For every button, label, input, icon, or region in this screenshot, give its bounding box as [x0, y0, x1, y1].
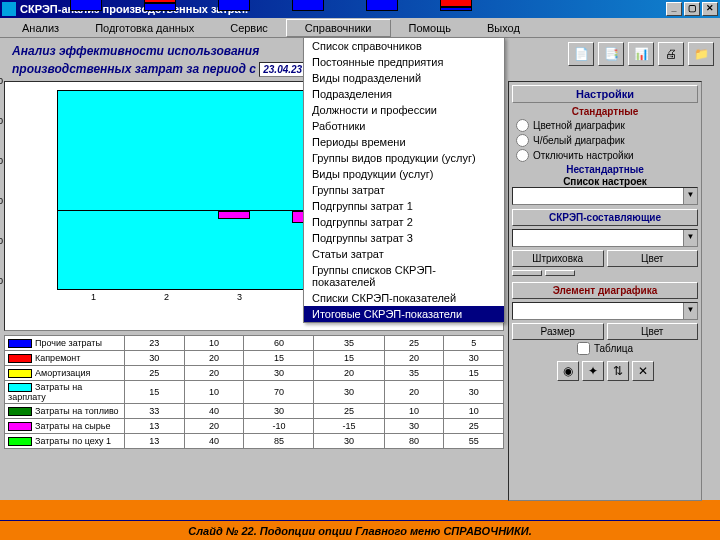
- list-label: Список настроек: [512, 176, 698, 187]
- dropdown-item[interactable]: Виды подразделений: [304, 70, 504, 86]
- standard-label: Стандартные: [512, 105, 698, 118]
- dropdown-item[interactable]: Подразделения: [304, 86, 504, 102]
- table-row: Прочие затраты23106035255: [5, 336, 504, 351]
- icon-btn-3[interactable]: ⇅: [607, 361, 629, 381]
- btn-color2[interactable]: Цвет: [607, 323, 699, 340]
- dropdown-item[interactable]: Подгруппы затрат 1: [304, 198, 504, 214]
- radio-bw-label: Ч/белый диаграфик: [533, 135, 625, 146]
- slide-footer: Слайд № 22. Подопции опции Главного меню…: [0, 520, 720, 540]
- table-row: Капремонт302015152030: [5, 351, 504, 366]
- dropdown-item[interactable]: Работники: [304, 118, 504, 134]
- data-table: Прочие затраты23106035255Капремонт302015…: [4, 335, 504, 449]
- dropdown-item[interactable]: Статьи затрат: [304, 246, 504, 262]
- dropdown-item[interactable]: Итоговые СКРЭП-показатели: [304, 306, 504, 322]
- checkbox-table-label: Таблица: [594, 343, 633, 354]
- menu-Подготовка данных[interactable]: Подготовка данных: [77, 20, 212, 36]
- dropdown-item[interactable]: Подгруппы затрат 3: [304, 230, 504, 246]
- btn-color[interactable]: Цвет: [607, 250, 699, 267]
- icon-btn-4[interactable]: ✕: [632, 361, 654, 381]
- window-title: СКРЭП-анализ производственных затрат.: [20, 3, 666, 15]
- close-button[interactable]: ✕: [702, 2, 718, 16]
- menu-Справочники[interactable]: Справочники: [286, 19, 391, 37]
- table-row: Затраты на сырье1320-10-153025: [5, 419, 504, 434]
- components-combo[interactable]: ▼: [512, 229, 698, 247]
- table-row: Затраты на топливо334030251010: [5, 404, 504, 419]
- chevron-down-icon: ▼: [683, 188, 697, 204]
- dropdown-spravochniki: Список справочниковПостоянные предприяти…: [303, 37, 505, 323]
- radio-off[interactable]: Отключить настройки: [512, 148, 698, 163]
- menubar: АнализПодготовка данныхСервисСправочники…: [0, 18, 720, 38]
- dropdown-item[interactable]: Постоянные предприятия: [304, 54, 504, 70]
- btn-components[interactable]: СКРЭП-составляющие: [512, 209, 698, 226]
- settings-panel: Настройки Стандартные Цветной диаграфик …: [508, 81, 702, 501]
- settings-title: Настройки: [512, 85, 698, 103]
- dropdown-item[interactable]: Должности и профессии: [304, 102, 504, 118]
- toolbar-btn-1[interactable]: 📄: [568, 42, 594, 66]
- heading-text: производственных затрат за период с: [12, 62, 256, 76]
- chevron-down-icon: ▼: [683, 303, 697, 319]
- orange-strip: [0, 500, 720, 520]
- radio-bw[interactable]: Ч/белый диаграфик: [512, 133, 698, 148]
- titlebar: СКРЭП-анализ производственных затрат. _ …: [0, 0, 720, 18]
- btn-size[interactable]: Размер: [512, 323, 604, 340]
- toolbar-btn-2[interactable]: 📑: [598, 42, 624, 66]
- dropdown-item[interactable]: Периоды времени: [304, 134, 504, 150]
- minimize-button[interactable]: _: [666, 2, 682, 16]
- date-from-input[interactable]: 23.04.23: [259, 62, 306, 77]
- element-combo[interactable]: ▼: [512, 302, 698, 320]
- y-ticks: 150100500-50-100: [0, 76, 3, 286]
- btn-element[interactable]: Элемент диаграфика: [512, 282, 698, 299]
- table-row: Амортизация252030203515: [5, 366, 504, 381]
- menu-Помощь[interactable]: Помощь: [391, 20, 470, 36]
- menu-Выход[interactable]: Выход: [469, 20, 538, 36]
- dropdown-item[interactable]: Списки СКРЭП-показателей: [304, 290, 504, 306]
- radio-color-label: Цветной диаграфик: [533, 120, 625, 131]
- dropdown-item[interactable]: Подгруппы затрат 2: [304, 214, 504, 230]
- color-swatch[interactable]: [545, 270, 575, 276]
- dropdown-item[interactable]: Группы списков СКРЭП-показателей: [304, 262, 504, 290]
- dropdown-item[interactable]: Группы затрат: [304, 182, 504, 198]
- hatch-swatch[interactable]: [512, 270, 542, 276]
- table-row: Затраты на зарплату151070302030: [5, 381, 504, 404]
- dropdown-item[interactable]: Виды продукции (услуг): [304, 166, 504, 182]
- menu-Сервис[interactable]: Сервис: [212, 20, 286, 36]
- nonstandard-label: Нестандартные: [512, 163, 698, 176]
- radio-color[interactable]: Цветной диаграфик: [512, 118, 698, 133]
- toolbar-btn-5[interactable]: 📁: [688, 42, 714, 66]
- checkbox-table[interactable]: Таблица: [512, 340, 698, 357]
- maximize-button[interactable]: ▢: [684, 2, 700, 16]
- icon-btn-2[interactable]: ✦: [582, 361, 604, 381]
- toolbar: 📄 📑 📊 🖨 📁: [568, 42, 714, 66]
- radio-off-label: Отключить настройки: [533, 150, 634, 161]
- toolbar-btn-3[interactable]: 📊: [628, 42, 654, 66]
- dropdown-item[interactable]: Список справочников: [304, 38, 504, 54]
- toolbar-btn-4[interactable]: 🖨: [658, 42, 684, 66]
- app-icon: [2, 2, 16, 16]
- table-row: Затраты по цеху 1134085308055: [5, 434, 504, 449]
- dropdown-item[interactable]: Группы видов продукции (услуг): [304, 150, 504, 166]
- settings-combo[interactable]: ▼: [512, 187, 698, 205]
- btn-hatch[interactable]: Штриховка: [512, 250, 604, 267]
- chevron-down-icon: ▼: [683, 230, 697, 246]
- menu-Анализ[interactable]: Анализ: [4, 20, 77, 36]
- icon-btn-1[interactable]: ◉: [557, 361, 579, 381]
